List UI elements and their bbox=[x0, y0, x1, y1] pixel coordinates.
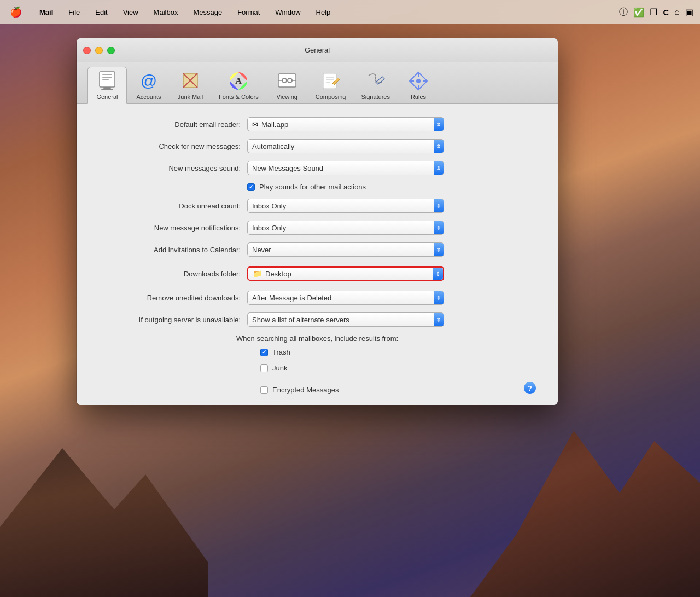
check-messages-dropdown[interactable]: Automatically ⇕ bbox=[247, 139, 444, 153]
remove-downloads-value: After Message is Deleted bbox=[252, 294, 439, 302]
dock-unread-control: Inbox Only ⇕ bbox=[247, 199, 444, 213]
rules-icon bbox=[408, 71, 429, 91]
menu-mailbox[interactable]: Mailbox bbox=[150, 7, 182, 18]
titlebar: General bbox=[77, 38, 558, 62]
menu-view[interactable]: View bbox=[120, 7, 142, 18]
new-messages-sound-row: New messages sound: New Messages Sound ⇕ bbox=[98, 161, 536, 175]
downloads-folder-dropdown[interactable]: 📁 Desktop ⇕ bbox=[247, 266, 444, 281]
junk-label: Junk bbox=[272, 364, 287, 372]
outgoing-server-value: Show a list of alternate servers bbox=[252, 316, 439, 324]
outgoing-server-control: Show a list of alternate servers ⇕ bbox=[247, 312, 444, 327]
new-message-notifications-dropdown[interactable]: Inbox Only ⇕ bbox=[247, 221, 444, 235]
copy-icon: C bbox=[663, 8, 669, 17]
info-icon: ⓘ bbox=[619, 7, 628, 18]
dropdown-arrow-icon: ⇕ bbox=[434, 221, 444, 234]
downloads-folder-label: Downloads folder: bbox=[98, 270, 241, 278]
new-message-notifications-row: New message notifications: Inbox Only ⇕ bbox=[98, 221, 536, 235]
new-message-notifications-control: Inbox Only ⇕ bbox=[247, 221, 444, 235]
help-button[interactable]: ? bbox=[524, 382, 536, 394]
dock-unread-row: Dock unread count: Inbox Only ⇕ bbox=[98, 199, 536, 213]
add-invitations-label: Add invitations to Calendar: bbox=[98, 246, 241, 254]
tab-accounts-label: Accounts bbox=[136, 94, 161, 100]
fonts-colors-icon: A bbox=[228, 71, 249, 91]
dropdown-arrow-icon: ⇕ bbox=[434, 118, 444, 131]
tab-fonts-colors[interactable]: A Fonts & Colors bbox=[212, 67, 265, 103]
new-messages-sound-label: New messages sound: bbox=[98, 164, 241, 172]
composing-icon bbox=[320, 71, 341, 91]
apple-menu[interactable]: 🍎 bbox=[7, 5, 25, 19]
tab-general[interactable]: General bbox=[88, 67, 127, 104]
general-icon bbox=[97, 71, 118, 91]
remove-downloads-dropdown[interactable]: After Message is Deleted ⇕ bbox=[247, 291, 444, 305]
default-email-control: ✉ Mail.app ⇕ bbox=[247, 117, 444, 131]
check-messages-row: Check for new messages: Automatically ⇕ bbox=[98, 139, 536, 153]
svg-rect-1 bbox=[102, 74, 112, 75]
default-email-dropdown[interactable]: ✉ Mail.app ⇕ bbox=[247, 117, 444, 131]
check-icon: ✅ bbox=[633, 7, 644, 18]
check-messages-control: Automatically ⇕ bbox=[247, 139, 444, 153]
tab-composing-label: Composing bbox=[316, 94, 346, 100]
window-controls bbox=[83, 47, 115, 54]
downloads-folder-control: 📁 Desktop ⇕ bbox=[247, 266, 444, 281]
trash-row: Trash bbox=[98, 348, 536, 356]
tab-rules[interactable]: Rules bbox=[399, 67, 438, 103]
trash-checkbox[interactable] bbox=[260, 349, 268, 356]
tab-rules-label: Rules bbox=[411, 94, 426, 100]
svg-rect-4 bbox=[103, 87, 111, 89]
svg-point-27 bbox=[416, 79, 421, 83]
dropdown-arrow-icon: ⇕ bbox=[434, 313, 444, 326]
check-messages-label: Check for new messages: bbox=[98, 142, 241, 150]
outgoing-server-row: If outgoing server is unavailable: Show … bbox=[98, 312, 536, 327]
tab-junk-mail-label: Junk Mail bbox=[178, 94, 203, 100]
menu-help[interactable]: Help bbox=[313, 7, 334, 18]
tab-composing[interactable]: Composing bbox=[309, 67, 353, 103]
add-invitations-dropdown[interactable]: Never ⇕ bbox=[247, 242, 444, 257]
dropdown-arrow-icon: ⇕ bbox=[434, 291, 444, 304]
tab-general-label: General bbox=[96, 94, 118, 100]
check-messages-value: Automatically bbox=[252, 142, 439, 150]
svg-rect-5 bbox=[101, 89, 113, 90]
dock-unread-value: Inbox Only bbox=[252, 202, 439, 210]
add-invitations-value: Never bbox=[252, 246, 439, 254]
menu-message[interactable]: Message bbox=[190, 7, 225, 18]
new-message-notifications-label: New message notifications: bbox=[98, 224, 241, 232]
trash-label: Trash bbox=[272, 348, 290, 356]
tab-signatures[interactable]: Signatures bbox=[354, 67, 396, 103]
tab-signatures-label: Signatures bbox=[361, 94, 390, 100]
tab-viewing[interactable]: Viewing bbox=[267, 67, 307, 103]
close-button[interactable] bbox=[83, 47, 91, 54]
dropdown-arrow-icon: ⇕ bbox=[434, 140, 444, 153]
dock-unread-dropdown[interactable]: Inbox Only ⇕ bbox=[247, 199, 444, 213]
encrypted-row: Encrypted Messages bbox=[98, 386, 524, 394]
home-icon: ⌂ bbox=[674, 7, 680, 17]
toolbar: General @ Accounts Junk Mail bbox=[77, 62, 558, 104]
outgoing-server-dropdown[interactable]: Show a list of alternate servers ⇕ bbox=[247, 312, 444, 327]
minimize-button[interactable] bbox=[95, 47, 103, 54]
default-email-label: Default email reader: bbox=[98, 120, 241, 129]
menubar-right-icons: ⓘ ✅ ❐ C ⌂ ▣ bbox=[619, 7, 693, 18]
dropdown-arrow-icon: ⇕ bbox=[434, 161, 444, 175]
play-sounds-checkbox[interactable] bbox=[247, 183, 255, 191]
new-messages-sound-dropdown[interactable]: New Messages Sound ⇕ bbox=[247, 161, 444, 175]
tab-fonts-colors-label: Fonts & Colors bbox=[219, 94, 259, 100]
new-messages-sound-value: New Messages Sound bbox=[252, 164, 439, 172]
remove-downloads-label: Remove unedited downloads: bbox=[98, 294, 241, 302]
menu-file[interactable]: File bbox=[65, 7, 83, 18]
cast-icon: ▣ bbox=[685, 7, 693, 18]
menu-edit[interactable]: Edit bbox=[92, 7, 110, 18]
maximize-button[interactable] bbox=[107, 47, 115, 54]
tab-junk-mail[interactable]: Junk Mail bbox=[171, 67, 210, 103]
downloads-folder-value: Desktop bbox=[265, 270, 439, 278]
menu-format[interactable]: Format bbox=[234, 7, 263, 18]
encrypted-checkbox[interactable] bbox=[260, 386, 268, 394]
menu-window[interactable]: Window bbox=[272, 7, 304, 18]
junk-checkbox[interactable] bbox=[260, 364, 268, 372]
junk-mail-icon bbox=[180, 71, 201, 91]
tab-viewing-label: Viewing bbox=[277, 94, 298, 100]
junk-row: Junk bbox=[98, 364, 536, 372]
new-message-notifications-value: Inbox Only bbox=[252, 224, 439, 232]
play-sounds-row: Play sounds for other mail actions bbox=[98, 183, 536, 191]
tab-accounts[interactable]: @ Accounts bbox=[129, 67, 168, 103]
menu-mail[interactable]: Mail bbox=[36, 7, 56, 18]
mail-app-icon: ✉ bbox=[252, 120, 258, 129]
